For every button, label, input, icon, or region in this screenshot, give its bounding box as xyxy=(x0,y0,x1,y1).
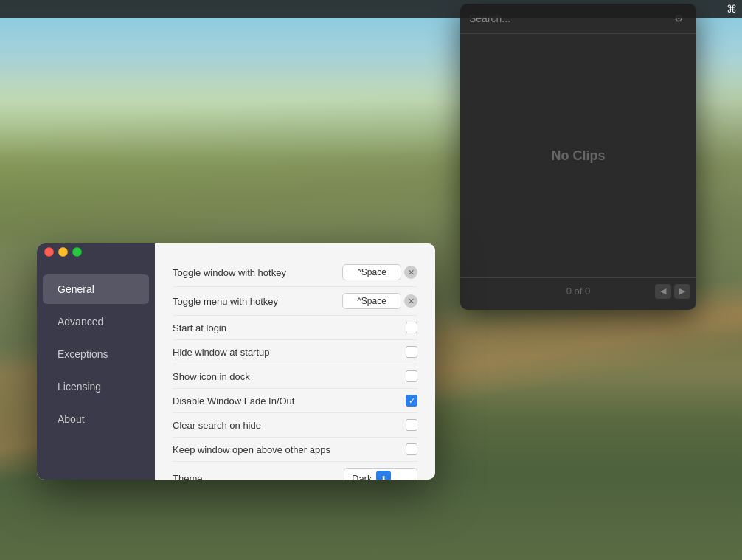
show-dock-checkbox[interactable] xyxy=(406,370,417,382)
theme-select[interactable]: Dark ⬍ xyxy=(344,468,417,480)
clear-toggle-window-hotkey-button[interactable]: ✕ xyxy=(404,266,417,279)
settings-sidebar: General Advanced Exceptions Licensing Ab… xyxy=(37,243,155,480)
keep-open-row: Keep window open above other apps xyxy=(173,438,417,462)
sidebar-item-advanced[interactable]: Advanced xyxy=(43,307,149,336)
hide-startup-row: Hide window at startup xyxy=(173,340,417,364)
prev-button[interactable]: ◀ xyxy=(655,284,671,299)
settings-window: General Advanced Exceptions Licensing Ab… xyxy=(37,243,435,480)
theme-value: Dark xyxy=(352,473,372,480)
clipboard-footer: 0 of 0 ◀ ▶ xyxy=(460,277,696,304)
clear-search-row: Clear search on hide xyxy=(173,413,417,438)
start-login-checkbox[interactable] xyxy=(406,322,417,333)
theme-row: Theme Dark ⬍ xyxy=(173,462,417,480)
nav-arrows: ◀ ▶ xyxy=(655,284,690,299)
sidebar-item-general[interactable]: General xyxy=(43,274,149,304)
menubar: ⌘ xyxy=(0,0,742,18)
toggle-menu-hotkey-field[interactable]: ^Space xyxy=(342,293,401,309)
next-button[interactable]: ▶ xyxy=(674,284,690,299)
clear-search-label: Clear search on hide xyxy=(173,420,261,431)
disable-fade-label: Disable Window Fade In/Out xyxy=(173,395,294,407)
toggle-menu-hotkey-label: Toggle menu with hotkey xyxy=(173,296,278,307)
minimize-button[interactable] xyxy=(58,247,68,257)
toggle-window-hotkey-row: Toggle window with hotkey ^Space ✕ xyxy=(173,258,417,287)
sidebar-item-about[interactable]: About xyxy=(43,404,149,434)
no-clips-label: No Clips xyxy=(460,34,696,277)
toggle-window-hotkey-control: ^Space ✕ xyxy=(342,264,417,280)
hide-startup-checkbox[interactable] xyxy=(406,346,417,358)
clear-toggle-menu-hotkey-button[interactable]: ✕ xyxy=(404,294,417,308)
toggle-window-hotkey-label: Toggle window with hotkey xyxy=(173,267,286,278)
show-dock-row: Show icon in dock xyxy=(173,364,417,389)
traffic-lights xyxy=(44,247,82,257)
disable-fade-checkbox[interactable] xyxy=(406,395,417,407)
toggle-menu-hotkey-row: Toggle menu with hotkey ^Space ✕ xyxy=(173,287,417,316)
sidebar-item-exceptions[interactable]: Exceptions xyxy=(43,339,149,369)
settings-content: Toggle window with hotkey ^Space ✕ Toggl… xyxy=(155,243,435,480)
cmd-icon: ⌘ xyxy=(721,1,742,17)
theme-label: Theme xyxy=(173,473,202,480)
keep-open-label: Keep window open above other apps xyxy=(173,444,330,455)
toggle-menu-hotkey-control: ^Space ✕ xyxy=(342,293,417,309)
hide-startup-label: Hide window at startup xyxy=(173,347,270,358)
show-dock-label: Show icon in dock xyxy=(173,371,250,382)
sidebar-item-licensing[interactable]: Licensing xyxy=(43,372,149,401)
toggle-window-hotkey-field[interactable]: ^Space xyxy=(342,264,401,280)
clip-counter: 0 of 0 xyxy=(566,286,591,297)
keep-open-checkbox[interactable] xyxy=(406,443,417,455)
theme-select-arrow: ⬍ xyxy=(376,471,391,480)
start-login-row: Start at login xyxy=(173,316,417,340)
start-login-label: Start at login xyxy=(173,322,226,333)
clear-search-checkbox[interactable] xyxy=(406,419,417,431)
clipboard-panel: ⚙ No Clips 0 of 0 ◀ ▶ xyxy=(460,4,696,310)
close-button[interactable] xyxy=(44,247,54,257)
disable-fade-row: Disable Window Fade In/Out xyxy=(173,389,417,413)
maximize-button[interactable] xyxy=(72,247,82,257)
